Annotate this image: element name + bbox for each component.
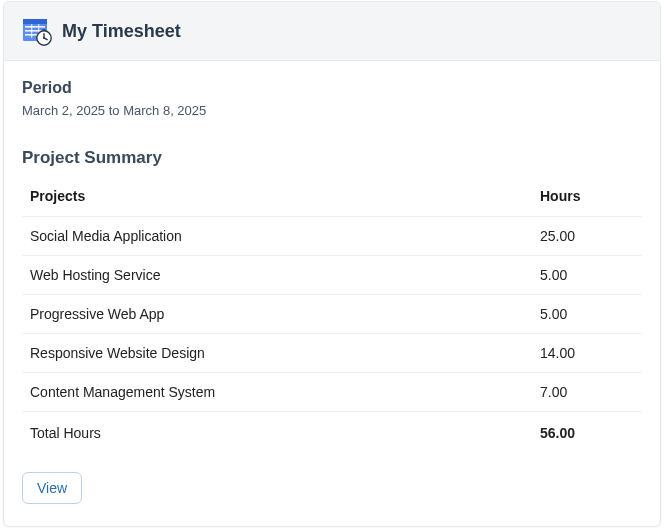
svg-rect-1	[23, 19, 47, 24]
project-summary-table: Projects Hours Social Media Application …	[22, 178, 642, 454]
col-hours: Hours	[532, 178, 642, 217]
view-button[interactable]: View	[22, 472, 82, 504]
svg-rect-2	[25, 26, 45, 28]
cell-project: Responsive Website Design	[22, 334, 532, 373]
card-title: My Timesheet	[62, 21, 181, 42]
period-value: March 2, 2025 to March 8, 2025	[22, 103, 642, 118]
col-projects: Projects	[22, 178, 532, 217]
table-row: Web Hosting Service 5.00	[22, 256, 642, 295]
cell-project: Progressive Web App	[22, 295, 532, 334]
cell-hours: 14.00	[532, 334, 642, 373]
cell-hours: 7.00	[532, 373, 642, 412]
table-row: Content Management System 7.00	[22, 373, 642, 412]
cell-project: Web Hosting Service	[22, 256, 532, 295]
total-row: Total Hours 56.00	[22, 412, 642, 455]
table-row: Social Media Application 25.00	[22, 217, 642, 256]
table-row: Responsive Website Design 14.00	[22, 334, 642, 373]
cell-hours: 5.00	[532, 256, 642, 295]
total-label: Total Hours	[22, 412, 532, 455]
cell-hours: 5.00	[532, 295, 642, 334]
card-body: Period March 2, 2025 to March 8, 2025 Pr…	[4, 61, 660, 526]
svg-rect-8	[42, 29, 45, 31]
card-header: My Timesheet	[4, 2, 660, 61]
total-hours: 56.00	[532, 412, 642, 455]
svg-point-11	[43, 37, 45, 39]
period-label: Period	[22, 79, 642, 97]
table-row: Progressive Web App 5.00	[22, 295, 642, 334]
timesheet-icon	[22, 16, 52, 46]
table-header-row: Projects Hours	[22, 178, 642, 217]
cell-hours: 25.00	[532, 217, 642, 256]
project-summary-heading: Project Summary	[22, 148, 642, 168]
svg-rect-5	[31, 24, 32, 38]
timesheet-card: My Timesheet Period March 2, 2025 to Mar…	[3, 1, 661, 527]
cell-project: Content Management System	[22, 373, 532, 412]
cell-project: Social Media Application	[22, 217, 532, 256]
